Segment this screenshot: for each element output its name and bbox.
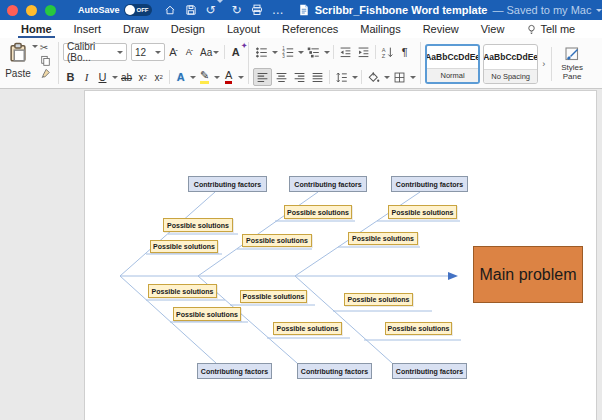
grow-font-button[interactable]: Aˆ (166, 43, 181, 61)
format-painter-icon[interactable] (40, 68, 51, 79)
bold-button[interactable]: B (63, 68, 78, 86)
possible-solutions-box[interactable]: Possible solutions (273, 322, 342, 335)
zoom-button[interactable] (45, 5, 56, 16)
possible-solutions-box[interactable]: Possible solutions (173, 307, 241, 321)
contributing-factors-box[interactable]: Contributing factors (188, 176, 267, 192)
justify-button[interactable] (309, 68, 326, 86)
style-card-normal[interactable]: AaBbCcDdEe Normal (425, 44, 480, 84)
contributing-factors-box[interactable]: Contributing factors (289, 176, 367, 192)
print-icon[interactable] (251, 4, 263, 16)
quick-access-toolbar: ↺ ↻ … (164, 4, 284, 16)
close-button[interactable] (7, 5, 18, 16)
title-chevron-icon[interactable] (596, 9, 602, 15)
line-spacing-button[interactable] (333, 68, 350, 86)
paste-button[interactable]: Paste (5, 41, 31, 79)
line-spacing-dropdown-icon[interactable] (352, 76, 358, 82)
possible-solutions-box[interactable]: Possible solutions (388, 205, 457, 219)
show-paragraph-marks-button[interactable]: ¶ (397, 43, 412, 61)
subscript-button[interactable]: x2 (135, 68, 150, 86)
font-color-dropdown-icon[interactable] (238, 76, 244, 82)
style-name: No Spacing (484, 69, 537, 83)
clear-formatting-button[interactable]: A✦ (228, 43, 243, 61)
change-case-button[interactable]: Aa (198, 43, 221, 61)
contributing-factors-box[interactable]: Contributing factors (197, 363, 272, 379)
styles-pane-button[interactable]: Styles Pane (557, 46, 587, 81)
contributing-factors-box[interactable]: Contributing factors (391, 176, 468, 192)
bullets-dropdown-icon[interactable] (272, 51, 278, 57)
cut-icon[interactable]: ✂ (40, 43, 51, 53)
underline-dropdown-icon[interactable] (112, 76, 118, 82)
tab-draw[interactable]: Draw (112, 21, 160, 38)
shading-button[interactable] (365, 68, 382, 86)
paste-dropdown-icon[interactable] (32, 45, 38, 51)
copy-icon[interactable] (40, 55, 51, 66)
multilevel-dropdown-icon[interactable] (324, 51, 330, 57)
saved-status: — Saved to my Mac (492, 4, 591, 16)
possible-solutions-box[interactable]: Possible solutions (150, 240, 218, 253)
superscript-button[interactable]: x2 (151, 68, 166, 86)
text-effects-button[interactable]: A (173, 68, 188, 86)
title-bar: AutoSave OFF ↺ ↻ … Scribbr_Fishbone Word… (0, 0, 602, 20)
highlight-dropdown-icon[interactable] (214, 76, 220, 82)
more-commands-icon[interactable]: … (272, 4, 284, 16)
borders-button[interactable] (391, 68, 408, 86)
italic-button[interactable]: I (79, 68, 94, 86)
home-icon[interactable] (164, 4, 176, 16)
group-separator (420, 42, 421, 84)
tab-review[interactable]: Review (412, 21, 470, 38)
tab-design[interactable]: Design (160, 21, 216, 38)
style-card-no-spacing[interactable]: AaBbCcDdEe No Spacing (483, 44, 538, 84)
possible-solutions-box[interactable]: Possible solutions (284, 205, 352, 219)
shading-dropdown-icon[interactable] (384, 76, 390, 82)
strikethrough-button[interactable]: ab (119, 68, 134, 86)
decrease-indent-button[interactable] (337, 43, 354, 61)
font-size-select[interactable]: 12 (131, 43, 165, 61)
numbering-button[interactable] (279, 43, 296, 61)
possible-solutions-box[interactable]: Possible solutions (148, 284, 217, 298)
possible-solutions-box[interactable]: Possible solutions (240, 290, 307, 303)
bullets-button[interactable] (253, 43, 270, 61)
tab-tell-me[interactable]: Tell me (515, 21, 586, 38)
shrink-font-button[interactable]: Aˇ (182, 43, 197, 61)
undo-icon[interactable]: ↺ (206, 4, 223, 16)
autosave-toggle[interactable]: OFF (124, 4, 152, 16)
tab-view[interactable]: View (470, 21, 516, 38)
contributing-factors-box[interactable]: Contributing factors (297, 363, 372, 379)
word-window: AutoSave OFF ↺ ↻ … Scribbr_Fishbone Word… (0, 0, 602, 420)
possible-solutions-box[interactable]: Possible solutions (163, 218, 233, 232)
possible-solutions-box[interactable]: Possible solutions (242, 234, 312, 247)
multilevel-list-button[interactable] (305, 43, 322, 61)
group-separator (58, 42, 59, 84)
possible-solutions-box[interactable]: Possible solutions (344, 293, 413, 306)
minimize-button[interactable] (26, 5, 37, 16)
tab-mailings[interactable]: Mailings (349, 21, 411, 38)
align-left-button[interactable] (253, 68, 272, 86)
redo-icon[interactable]: ↻ (232, 4, 242, 16)
underline-button[interactable]: U (95, 68, 110, 86)
contributing-factors-box[interactable]: Contributing factors (392, 363, 467, 379)
font-size-value: 12 (135, 47, 146, 58)
borders-dropdown-icon[interactable] (410, 76, 416, 82)
sort-button[interactable] (379, 43, 396, 61)
font-color-button[interactable]: A (221, 68, 236, 86)
autosave-control[interactable]: AutoSave OFF (78, 4, 152, 16)
sparkle-icon: ✦ (241, 42, 247, 50)
text-effects-dropdown-icon[interactable] (190, 76, 196, 82)
align-right-button[interactable] (291, 68, 308, 86)
tab-home[interactable]: Home (10, 21, 63, 38)
main-problem-box[interactable]: Main problem (473, 246, 583, 303)
align-center-button[interactable] (273, 68, 290, 86)
possible-solutions-box[interactable]: Possible solutions (385, 322, 452, 335)
style-preview: AaBbCcDdEe (484, 45, 537, 69)
possible-solutions-box[interactable]: Possible solutions (348, 232, 418, 245)
tab-references[interactable]: References (271, 21, 349, 38)
save-icon[interactable] (185, 4, 197, 16)
increase-indent-button[interactable] (355, 43, 372, 61)
styles-expand-button[interactable]: › (541, 59, 546, 69)
tab-layout[interactable]: Layout (216, 21, 271, 38)
numbering-dropdown-icon[interactable] (298, 51, 304, 57)
font-name-select[interactable]: Calibri (Bo... (63, 43, 127, 61)
font-name-value: Calibri (Bo... (67, 41, 116, 63)
tab-insert[interactable]: Insert (63, 21, 113, 38)
highlight-button[interactable]: ✎ (197, 68, 212, 86)
